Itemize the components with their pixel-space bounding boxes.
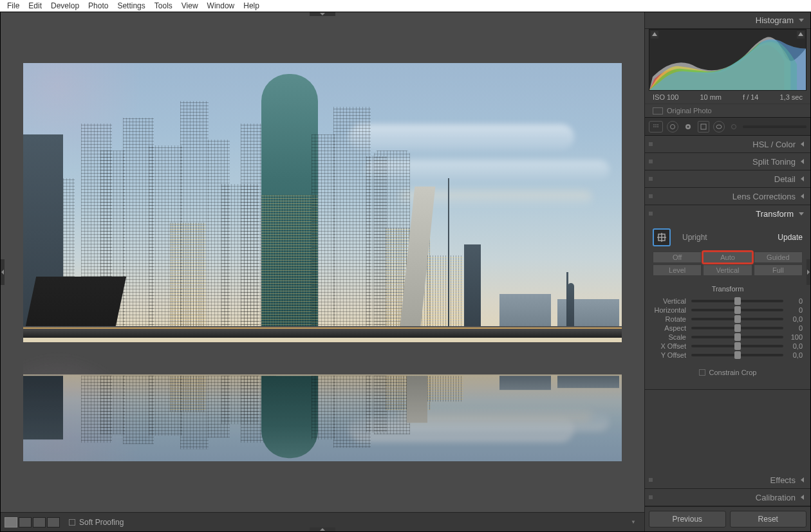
upright-tool-icon[interactable]: [653, 228, 671, 246]
svg-point-5: [657, 126, 658, 127]
image-canvas[interactable]: [1, 12, 644, 512]
menu-file[interactable]: File: [3, 1, 24, 10]
constrain-crop-row[interactable]: Constrain Crop: [645, 360, 810, 376]
panel-transform[interactable]: Transform: [645, 205, 810, 222]
upright-auto-button[interactable]: Auto: [703, 252, 752, 263]
main-photo: [23, 63, 622, 462]
exif-focal: 10 mm: [700, 93, 722, 101]
spot-tool-icon[interactable]: [667, 121, 678, 133]
histogram[interactable]: [649, 29, 806, 91]
menu-edit[interactable]: Edit: [24, 1, 46, 10]
slider-xoffset[interactable]: X Offset0,0: [645, 342, 810, 351]
crop-tool-icon[interactable]: [649, 121, 663, 133]
collapse-top[interactable]: [310, 12, 335, 16]
view-mode-2[interactable]: [19, 517, 32, 527]
panel-calibration[interactable]: Calibration: [645, 489, 810, 506]
exif-row: ISO 100 10 mm f / 14 1,3 sec: [645, 91, 810, 104]
panel-hsl[interactable]: HSL / Color: [645, 136, 810, 152]
menu-view[interactable]: View: [177, 1, 203, 10]
chevron-left-icon: [801, 159, 804, 164]
chevron-left-icon: [801, 176, 804, 181]
svg-point-6: [671, 124, 675, 129]
exif-iso: ISO 100: [653, 93, 678, 101]
upright-label: Upright: [682, 233, 778, 242]
svg-point-8: [687, 125, 689, 127]
svg-point-1: [655, 124, 657, 125]
upright-full-button[interactable]: Full: [754, 264, 803, 276]
collapse-bottom[interactable]: [310, 527, 335, 531]
svg-point-2: [657, 124, 658, 125]
reset-button[interactable]: Reset: [730, 511, 807, 527]
gradient-tool-icon[interactable]: [698, 121, 709, 133]
transform-section-title: Transform: [645, 285, 810, 293]
view-mode-3[interactable]: [33, 517, 46, 527]
original-photo-label: Original Photo: [667, 107, 712, 115]
tool-strip: [645, 118, 810, 136]
previous-button[interactable]: Previous: [649, 511, 726, 527]
right-panel: Histogram ISO 100 10 mm f / 14 1,3 sec: [644, 12, 810, 531]
upright-off-button[interactable]: Off: [653, 252, 702, 263]
transform-sliders: Vertical0Horizontal0Rotate0,0Aspect0Scal…: [645, 297, 810, 360]
chevron-left-icon: [801, 495, 804, 500]
collapse-left[interactable]: [1, 259, 5, 285]
app-frame: Soft Proofing ▼ Histogram: [0, 12, 811, 532]
slider-horizontal[interactable]: Horizontal0: [645, 306, 810, 315]
menu-tools[interactable]: Tools: [150, 1, 177, 10]
slider-vertical[interactable]: Vertical0: [645, 297, 810, 306]
svg-point-3: [653, 126, 655, 127]
radial-tool-icon[interactable]: [713, 121, 725, 133]
chevron-left-icon: [801, 194, 804, 199]
view-mode-4[interactable]: [47, 517, 60, 527]
upright-vertical-button[interactable]: Vertical: [703, 264, 752, 276]
view-mode-1[interactable]: [5, 517, 17, 527]
svg-point-4: [655, 126, 657, 127]
histogram-header[interactable]: Histogram: [645, 12, 810, 29]
chevron-left-icon: [801, 142, 804, 147]
redeye-tool-icon[interactable]: [682, 121, 694, 133]
brush-size-slider[interactable]: [743, 125, 806, 128]
chevron-down-icon: [799, 19, 804, 22]
toolbar-dropdown[interactable]: ▼: [626, 515, 640, 529]
menu-develop[interactable]: Develop: [46, 1, 84, 10]
histogram-title: Histogram: [756, 15, 794, 25]
panel-effects[interactable]: Effects: [645, 472, 810, 488]
menu-photo[interactable]: Photo: [84, 1, 113, 10]
svg-point-0: [653, 124, 655, 125]
collapse-right[interactable]: [806, 259, 810, 285]
original-photo-row[interactable]: Original Photo: [645, 104, 810, 118]
menu-settings[interactable]: Settings: [113, 1, 149, 10]
menu-help[interactable]: Help: [239, 1, 264, 10]
menu-window[interactable]: Window: [203, 1, 239, 10]
soft-proofing-label: Soft Proofing: [79, 518, 124, 527]
menu-bar[interactable]: FileEditDevelopPhotoSettingsToolsViewWin…: [0, 0, 811, 12]
soft-proofing-toggle[interactable]: [69, 519, 75, 526]
center-pane: Soft Proofing ▼: [1, 12, 644, 531]
slider-yoffset[interactable]: Y Offset0,0: [645, 351, 810, 360]
slider-scale[interactable]: Scale100: [645, 333, 810, 342]
svg-rect-9: [701, 124, 706, 129]
panel-split-toning[interactable]: Split Toning: [645, 153, 810, 170]
constrain-crop-checkbox[interactable]: [699, 369, 705, 376]
slider-aspect[interactable]: Aspect0: [645, 324, 810, 333]
exif-shutter: 1,3 sec: [780, 93, 803, 101]
upright-guided-button[interactable]: Guided: [754, 252, 803, 263]
svg-point-10: [716, 125, 722, 129]
chevron-left-icon: [801, 477, 804, 482]
panel-detail[interactable]: Detail: [645, 170, 810, 187]
mask-toggle[interactable]: [731, 124, 736, 129]
panel-lens-corrections[interactable]: Lens Corrections: [645, 188, 810, 205]
chevron-down-icon: [799, 212, 804, 216]
upright-mode-grid: OffAutoGuidedLevelVerticalFull: [645, 252, 810, 276]
slider-rotate[interactable]: Rotate0,0: [645, 315, 810, 324]
upright-level-button[interactable]: Level: [653, 264, 702, 276]
exif-aperture: f / 14: [743, 93, 758, 101]
upright-update-button[interactable]: Update: [778, 233, 803, 242]
